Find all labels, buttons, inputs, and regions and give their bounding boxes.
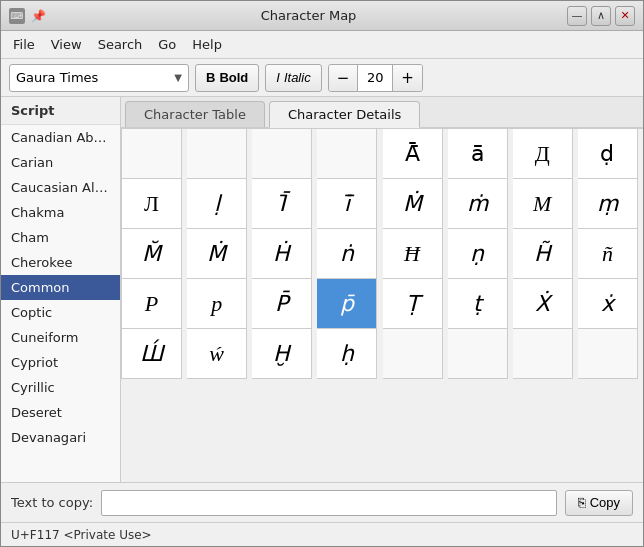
char-cell[interactable]: ñ: [578, 229, 638, 279]
text-to-copy-input[interactable]: [101, 490, 557, 516]
font-name: Gaura Times: [16, 70, 98, 85]
italic-button[interactable]: I Italic: [265, 64, 321, 92]
window-title: Character Map: [50, 8, 567, 23]
char-cell[interactable]: Ḣ: [252, 229, 312, 279]
font-selector[interactable]: Gaura Times ▼: [9, 64, 189, 92]
char-cell[interactable]: ṅ: [317, 229, 377, 279]
copy-button[interactable]: ⎘ Copy: [565, 490, 633, 516]
char-cell[interactable]: M: [513, 179, 573, 229]
toolbar: Gaura Times ▼ B Bold I Italic − 20 +: [1, 59, 643, 97]
minimize-button[interactable]: —: [567, 6, 587, 26]
character-grid: Ā̄ ā̄ Д ḍ Л ḷ Ī̄ ī̄ Ṁ ṁ M ṃ M̆: [121, 128, 643, 379]
char-cell[interactable]: [252, 129, 312, 179]
size-decrease-button[interactable]: −: [329, 65, 358, 91]
pin-icon: 📌: [31, 9, 46, 23]
sidebar-item-coptic[interactable]: Coptic: [1, 300, 120, 325]
text-to-copy-label: Text to copy:: [11, 495, 93, 510]
menubar: File View Search Go Help: [1, 31, 643, 59]
char-cell-selected[interactable]: p̄: [317, 279, 377, 329]
sidebar-item-chakma[interactable]: Chakma: [1, 200, 120, 225]
status-bar: U+F117 <Private Use>: [1, 522, 643, 546]
sidebar-item-deseret[interactable]: Deseret: [1, 400, 120, 425]
char-cell[interactable]: [513, 329, 573, 379]
menu-search[interactable]: Search: [90, 34, 151, 55]
character-grid-container[interactable]: Ā̄ ā̄ Д ḍ Л ḷ Ī̄ ī̄ Ṁ ṁ M ṃ M̆: [121, 128, 643, 482]
app-icon: ⌨: [9, 8, 25, 24]
char-cell[interactable]: ḥ: [317, 329, 377, 379]
char-cell[interactable]: ṁ: [448, 179, 508, 229]
char-cell[interactable]: Л: [122, 179, 182, 229]
char-cell[interactable]: ḍ: [578, 129, 638, 179]
window: ⌨ 📌 Character Map — ∧ ✕ File View Search…: [0, 0, 644, 547]
char-cell[interactable]: Ā̄: [383, 129, 443, 179]
tab-character-table[interactable]: Character Table: [125, 101, 265, 127]
sidebar-item-cypriot[interactable]: Cypriot: [1, 350, 120, 375]
char-cell[interactable]: Ḫ: [252, 329, 312, 379]
char-cell[interactable]: Ṁ: [187, 229, 247, 279]
char-cell[interactable]: [578, 329, 638, 379]
bold-label: Bold: [219, 70, 248, 85]
font-size-value[interactable]: 20: [357, 65, 393, 91]
char-cell[interactable]: [122, 129, 182, 179]
char-cell[interactable]: ā̄: [448, 129, 508, 179]
char-cell[interactable]: p: [187, 279, 247, 329]
sidebar-item-cyrillic[interactable]: Cyrillic: [1, 375, 120, 400]
dropdown-arrow-icon: ▼: [174, 72, 182, 83]
main-area: Script Canadian Abor... Carian Caucasian…: [1, 97, 643, 482]
sidebar-item-cham[interactable]: Cham: [1, 225, 120, 250]
char-cell[interactable]: ẋ: [578, 279, 638, 329]
tab-character-details[interactable]: Character Details: [269, 101, 420, 128]
char-cell[interactable]: ṃ: [578, 179, 638, 229]
sidebar-item-cherokee[interactable]: Cherokee: [1, 250, 120, 275]
char-cell[interactable]: [187, 129, 247, 179]
char-cell[interactable]: Ī̄: [252, 179, 312, 229]
char-cell[interactable]: ī̄: [317, 179, 377, 229]
script-sidebar: Script Canadian Abor... Carian Caucasian…: [1, 97, 121, 482]
bold-icon: B: [206, 70, 215, 85]
menu-go[interactable]: Go: [150, 34, 184, 55]
copy-label: Copy: [590, 495, 620, 510]
sidebar-item-canadian[interactable]: Canadian Abor...: [1, 125, 120, 150]
char-cell[interactable]: [448, 329, 508, 379]
char-cell[interactable]: Ṭ: [383, 279, 443, 329]
status-text: U+F117 <Private Use>: [11, 528, 152, 542]
right-panel: Character Table Character Details Ā̄ ā̄ …: [121, 97, 643, 482]
size-increase-button[interactable]: +: [393, 65, 422, 91]
char-cell[interactable]: ṭ: [448, 279, 508, 329]
char-cell[interactable]: Ẋ: [513, 279, 573, 329]
char-cell[interactable]: ẃ: [187, 329, 247, 379]
char-cell[interactable]: P̄: [252, 279, 312, 329]
char-cell[interactable]: M̆: [122, 229, 182, 279]
titlebar: ⌨ 📌 Character Map — ∧ ✕: [1, 1, 643, 31]
italic-icon: I: [276, 70, 280, 85]
font-size-control: − 20 +: [328, 64, 423, 92]
char-cell[interactable]: Ħ: [383, 229, 443, 279]
copy-icon: ⎘: [578, 495, 586, 510]
sidebar-item-caucasian[interactable]: Caucasian Alba...: [1, 175, 120, 200]
tab-bar: Character Table Character Details: [121, 97, 643, 128]
menu-view[interactable]: View: [43, 34, 90, 55]
sidebar-item-devanagari[interactable]: Devanagari: [1, 425, 120, 450]
sidebar-item-cuneiform[interactable]: Cuneiform: [1, 325, 120, 350]
char-cell[interactable]: Д: [513, 129, 573, 179]
sidebar-item-common[interactable]: Common: [1, 275, 120, 300]
sidebar-header: Script: [1, 97, 120, 125]
maximize-button[interactable]: ∧: [591, 6, 611, 26]
sidebar-item-carian[interactable]: Carian: [1, 150, 120, 175]
italic-label: Italic: [284, 70, 311, 85]
char-cell[interactable]: [317, 129, 377, 179]
window-controls: — ∧ ✕: [567, 6, 635, 26]
close-button[interactable]: ✕: [615, 6, 635, 26]
menu-help[interactable]: Help: [184, 34, 230, 55]
char-cell[interactable]: Ṁ: [383, 179, 443, 229]
char-cell[interactable]: Ш́: [122, 329, 182, 379]
bold-button[interactable]: B Bold: [195, 64, 259, 92]
char-cell[interactable]: ṇ: [448, 229, 508, 279]
content-area: Script Canadian Abor... Carian Caucasian…: [1, 97, 643, 546]
char-cell[interactable]: ḷ: [187, 179, 247, 229]
bottom-bar: Text to copy: ⎘ Copy: [1, 482, 643, 522]
char-cell[interactable]: H̃: [513, 229, 573, 279]
menu-file[interactable]: File: [5, 34, 43, 55]
char-cell[interactable]: P: [122, 279, 182, 329]
char-cell[interactable]: [383, 329, 443, 379]
